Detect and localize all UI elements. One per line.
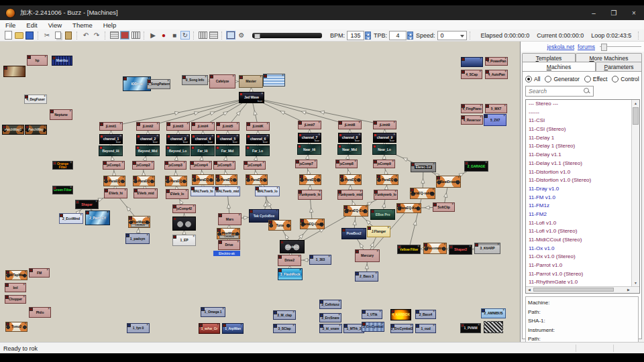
machine-near-lo[interactable]: Near_Lo× [372,144,396,155]
machine-0-song-info[interactable]: 0_Song Info× [182,75,208,85]
machine-mercury[interactable]: Mercury× [355,249,380,262]
machine-close-icon[interactable]: × [240,323,242,326]
machine-close-icon[interactable]: × [381,322,383,325]
machine-jscomp42[interactable]: jsComp42× [172,204,196,213]
machine-list-item[interactable]: 11-Ox v1.0 [526,245,631,253]
machine-list-item[interactable]: 11-Distortion v1.0 [526,168,631,177]
machine-everb-lo[interactable]: EVerb_lo× [166,189,189,199]
machine-jlimit3[interactable]: jLimit3× [166,122,190,131]
machine-close-icon[interactable]: × [266,122,268,125]
machine-matribu[interactable]: Matribu× [52,56,72,66]
machine-close-icon[interactable]: × [156,134,158,137]
tpb-stepper[interactable] [407,32,413,40]
machine-3-kl-snare[interactable]: 3_kl_snare× [319,324,342,333]
machine-close-icon[interactable]: × [318,144,320,147]
machine-close-icon[interactable]: × [479,70,481,73]
machine-fm[interactable]: FM× [29,268,50,278]
machine-view-icon[interactable] [120,31,129,40]
machine-close-icon[interactable]: × [394,190,396,193]
machine-4-karbox[interactable]: 4_KARBOX× [390,309,411,320]
machine-jlimit4[interactable]: jLimit4× [191,122,215,131]
machine-close-icon[interactable]: × [211,174,213,178]
machine-close-icon[interactable]: × [23,283,25,286]
machine-jscomp6[interactable]: jsComp6× [244,161,266,170]
machine-close-icon[interactable]: × [24,322,26,325]
machine-close-icon[interactable]: × [292,324,294,327]
machine-funkyverb-mid[interactable]: Funkyverb_mid× [337,190,363,200]
machine-near-mid[interactable]: Near_Mid× [337,144,362,155]
machine-paraeq-subby[interactable]: ParaEQ-subBy× [410,188,435,199]
machine-list-item[interactable]: 11-Parrot v1.0 [526,261,631,270]
redo-icon[interactable]: ↷ [92,31,101,40]
machine-close-icon[interactable]: × [339,324,341,327]
machine-waw[interactable]: 1_wAw_Gr× [199,323,220,334]
machine-jscomp4[interactable]: jsComp4× [190,161,212,170]
machine-1-padsyn[interactable]: 1_padsyn× [125,233,150,244]
settings-icon[interactable]: ⚙ [237,31,246,40]
machine-close-icon[interactable]: × [193,235,195,238]
machine-everb-hi[interactable]: EVerb_hi× [104,188,127,198]
machine-mars[interactable]: Mars× [218,213,241,225]
machine-list-item[interactable]: 11-Delay v1.1 (Stereo) [526,160,631,168]
machine-3-cellotusz[interactable]: 3_Cellotusz× [319,300,341,309]
machine-close-icon[interactable]: × [321,219,323,222]
machine-4-scap[interactable]: 4_SCap× [461,70,482,79]
machine-close-icon[interactable]: × [262,161,264,164]
machine-close-icon[interactable]: × [354,160,356,163]
machine-close-icon[interactable]: × [264,174,266,178]
machine-list-item[interactable]: 11-Distortion v1.0 (Stereo) [526,176,631,185]
machine-far-lo[interactable]: Far_Lo× [246,145,270,156]
new-icon[interactable] [3,31,13,40]
machine-eq7[interactable]: ParaEQ× [299,174,321,185]
machine-close-icon[interactable]: × [44,55,46,58]
machine-4-reversor[interactable]: 4_Reversor× [461,115,483,125]
machine-close-icon[interactable]: × [212,186,214,190]
machine-yellow-filter[interactable]: Yellow Filter× [397,245,421,254]
machine-close-icon[interactable]: × [392,160,394,163]
speed-select[interactable]: 0 [437,31,467,40]
menu-item-theme[interactable]: Theme [67,21,98,29]
machine-3-flashrock[interactable]: 3_FlashRock× [278,268,303,280]
machine-jlimit9[interactable]: jLimit9× [373,121,396,129]
machine-close-icon[interactable]: × [44,125,46,128]
machine-close-icon[interactable]: × [298,255,300,258]
machine-shaper[interactable]: Shaper× [75,200,99,209]
machine-close-icon[interactable]: × [393,144,395,147]
machine-close-icon[interactable]: × [232,74,234,78]
machine-close-icon[interactable]: × [387,226,389,229]
machine-5-zx7[interactable]: 5_ZX7× [484,114,506,126]
machine-2-bass4[interactable]: 2_Bass4× [415,310,436,319]
machine-close-icon[interactable]: × [154,188,156,192]
machine-close-icon[interactable]: × [236,122,238,125]
machine-channel-1[interactable]: channel_1×buzz [99,134,123,144]
machine-close-icon[interactable]: × [185,189,187,192]
machine-exciter2[interactable]: Exciter2× [280,240,305,253]
machine-canvas[interactable]: hp×Matribu×××4_PowerPan×4_SCap×4_AutoPan… [0,42,520,342]
machine-close-icon[interactable]: × [376,249,378,253]
machine-1-pvmm[interactable]: 1_PVMM× [460,323,481,333]
machine-close-icon[interactable]: × [183,161,185,164]
machine-close-icon[interactable]: × [318,133,320,136]
machine-beyond-lo[interactable]: Beyond_Lo× [166,145,190,156]
machine-list-item[interactable]: 11-CSI [526,117,631,125]
stop-icon[interactable]: ■ [170,31,179,40]
machine-funkyverb-lo[interactable]: Funkyverb_lo× [374,190,398,200]
machine-close-icon[interactable]: × [156,145,158,149]
machine-close-icon[interactable]: × [360,190,362,193]
machine-dogimg[interactable]: × [3,66,25,77]
machine-close-icon[interactable]: × [502,308,504,312]
scroll-down-icon[interactable]: ▼ [632,280,639,286]
machine-close-icon[interactable]: × [119,122,121,125]
machine-list-item[interactable]: 11-FM v1.0 [526,194,631,202]
machine-close-icon[interactable]: × [379,310,381,313]
machine-patchway2[interactable]: PatchWay2× [2,125,24,135]
machine-jlimit8[interactable]: jLimit8× [338,121,362,129]
machine-maltverb-hi[interactable]: MALTverb_hi× [191,186,215,196]
machine-close-icon[interactable]: × [338,300,340,303]
machine-close-icon[interactable]: × [358,174,360,178]
machine-close-icon[interactable]: × [146,233,148,237]
save-icon[interactable] [25,31,34,40]
jeskola-net-link[interactable]: jeskola.net [547,44,574,50]
machine-close-icon[interactable]: × [121,161,123,164]
machine-jlimit7[interactable]: jLimit7× [298,121,321,129]
